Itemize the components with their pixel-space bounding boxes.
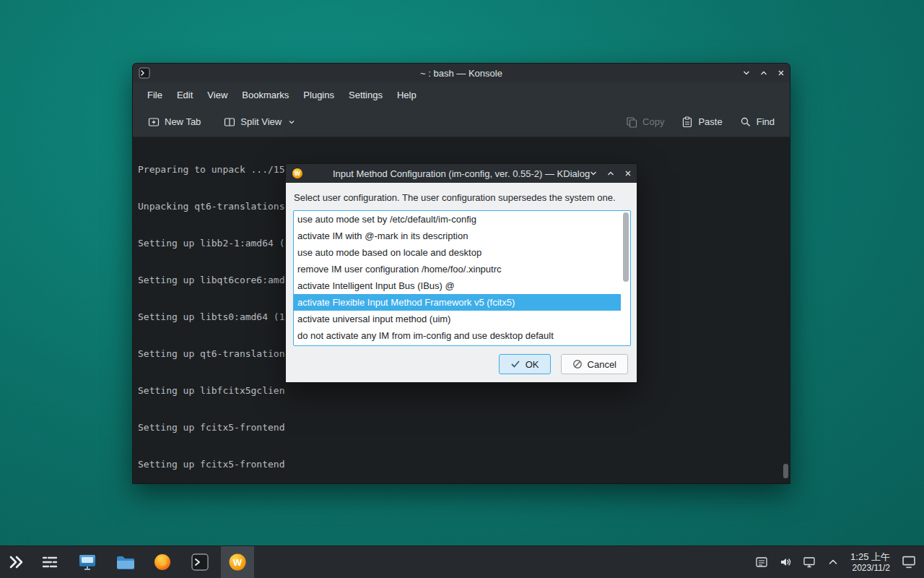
list-scrollbar-thumb[interactable] [623, 212, 629, 282]
new-tab-icon [148, 116, 160, 128]
new-tab-label: New Tab [165, 116, 201, 127]
show-desktop-icon [901, 554, 917, 570]
firefox-icon [152, 552, 173, 572]
dialog-titlebar[interactable]: W Input Method Configuration (im-config,… [286, 164, 637, 183]
menu-help[interactable]: Help [390, 86, 424, 104]
list-option[interactable]: use auto mode set by /etc/default/im-con… [294, 211, 621, 228]
launcher-icon [6, 552, 26, 572]
cancel-button[interactable]: Cancel [561, 354, 628, 374]
new-tab-button[interactable]: New Tab [143, 113, 206, 131]
konsole-app-icon [139, 67, 150, 79]
find-label: Find [757, 116, 775, 127]
blue-app-icon [77, 552, 97, 572]
task-button-row: W [33, 546, 254, 578]
file-manager-button[interactable] [108, 546, 141, 578]
menu-bookmarks[interactable]: Bookmarks [235, 86, 296, 104]
ok-label: OK [526, 359, 539, 370]
list-scrollbar[interactable] [623, 212, 629, 344]
im-config-app-icon: W [292, 168, 303, 179]
split-view-label: Split View [240, 116, 282, 127]
menu-settings[interactable]: Settings [341, 86, 390, 104]
clock[interactable]: 1:25 上午 2023/11/2 [850, 551, 890, 573]
dialog-window-title: Input Method Configuration (im-config, v… [333, 168, 590, 179]
minimize-button[interactable] [738, 64, 755, 82]
input-method-task-button[interactable]: W [221, 546, 254, 578]
terminal-line: Setting up fcitx5-frontend [138, 458, 790, 470]
input-method-app-icon: W [227, 552, 248, 572]
search-icon [740, 116, 751, 128]
cancel-label: Cancel [588, 359, 616, 370]
im-option-list: use auto mode set by /etc/default/im-con… [293, 210, 631, 346]
cancel-icon [572, 359, 583, 369]
expand-tray-icon[interactable] [827, 556, 840, 569]
dialog-maximize-button[interactable] [602, 164, 619, 183]
paste-icon [681, 116, 693, 128]
dialog-message: Select user configuration. The user conf… [294, 192, 616, 203]
dialog-body: Select user configuration. The user conf… [286, 183, 637, 383]
paste-button[interactable]: Paste [676, 113, 727, 131]
menu-plugins[interactable]: Plugins [296, 86, 341, 104]
list-option[interactable]: activate IM with @-mark in its descripti… [294, 228, 621, 244]
konsole-menubar: File Edit View Bookmarks Plugins Setting… [133, 82, 790, 107]
task-manager-settings-button[interactable] [33, 546, 66, 578]
system-tray: 1:25 上午 2023/11/2 [755, 546, 924, 578]
clock-date: 2023/11/2 [850, 563, 890, 573]
show-desktop-button[interactable] [901, 546, 917, 578]
list-settings-icon [40, 552, 60, 572]
terminal-scrollbar[interactable] [783, 464, 788, 478]
firefox-button[interactable] [146, 546, 179, 578]
menu-file[interactable]: File [140, 86, 170, 104]
dialog-close-button[interactable] [619, 164, 637, 183]
copy-icon [626, 116, 637, 128]
maximize-button[interactable] [755, 64, 772, 82]
copy-button[interactable]: Copy [621, 113, 669, 131]
konsole-window-title: ~ : bash — Konsole [420, 68, 502, 79]
svg-text:W: W [295, 170, 301, 177]
taskbar: W 1:25 上午 2023/11/2 [0, 545, 924, 578]
terminal-line: Setting up libfcitx5gclien [138, 384, 790, 397]
split-view-icon [224, 116, 235, 128]
network-display-icon[interactable] [803, 556, 816, 569]
dialog-button-row: OK Cancel [499, 354, 628, 374]
paste-label: Paste [698, 116, 722, 127]
svg-text:W: W [233, 557, 243, 568]
terminal-line: Setting up fcitx5-frontend [138, 421, 790, 434]
list-option[interactable]: do not activate any IM from im-config an… [294, 327, 621, 344]
list-option[interactable]: remove IM user configuration /home/foo/.… [294, 261, 621, 277]
volume-icon[interactable] [779, 556, 792, 569]
copy-label: Copy [642, 116, 664, 127]
list-option[interactable]: use auto mode based on locale and deskto… [294, 244, 621, 261]
close-button[interactable] [772, 64, 790, 82]
folder-icon [115, 552, 135, 572]
notifications-icon[interactable] [755, 556, 768, 569]
kdialog-window: W Input Method Configuration (im-config,… [285, 163, 637, 383]
check-icon [510, 359, 520, 369]
konsole-task-icon [190, 552, 210, 572]
blue-app-button[interactable] [71, 546, 104, 578]
menu-view[interactable]: View [200, 86, 235, 104]
chevron-down-icon [288, 118, 295, 126]
find-button[interactable]: Find [735, 113, 780, 131]
list-option[interactable]: activate Intelligent Input Bus (IBus) @ [294, 277, 621, 294]
konsole-titlebar[interactable]: ~ : bash — Konsole [133, 64, 790, 82]
ok-button[interactable]: OK [499, 354, 551, 374]
app-launcher-button[interactable] [0, 546, 32, 578]
list-option[interactable]: activate universal input method (uim) [294, 311, 621, 327]
konsole-task-button[interactable] [183, 546, 217, 578]
list-option-selected[interactable]: activate Flexible Input Method Framework… [294, 294, 621, 311]
clock-time: 1:25 上午 [850, 551, 890, 563]
konsole-toolbar: New Tab Split View Copy Paste Find [133, 107, 790, 137]
menu-edit[interactable]: Edit [170, 86, 200, 104]
split-view-button[interactable]: Split View [219, 113, 300, 131]
